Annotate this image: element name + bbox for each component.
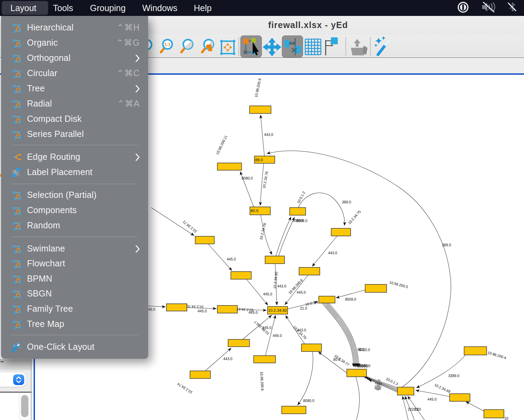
svg-text:8010.0: 8010.0 — [359, 348, 370, 352]
svg-text:389.0: 389.0 — [342, 200, 351, 204]
svg-text:8080.0: 8080.0 — [296, 219, 307, 223]
svg-text:8080.0: 8080.0 — [359, 364, 370, 368]
svg-text:10.2.34.79: 10.2.34.79 — [292, 325, 308, 340]
svg-text:23.0: 23.0 — [414, 407, 421, 411]
svg-text:10.2.34.82: 10.2.34.82 — [268, 308, 287, 312]
svg-text:3389.0: 3389.0 — [448, 374, 459, 378]
svg-text:10.98.200.6: 10.98.200.6 — [260, 371, 265, 391]
svg-text:445.0: 445.0 — [263, 292, 272, 296]
svg-text:445.0: 445.0 — [427, 397, 436, 401]
svg-text:10.2.34.67: 10.2.34.67 — [236, 307, 254, 312]
svg-text:10.0.1.2: 10.0.1.2 — [296, 191, 306, 204]
svg-text:10.2.34.75: 10.2.34.75 — [347, 209, 362, 225]
svg-text:10.2.34.69: 10.2.34.69 — [434, 383, 451, 394]
svg-text:445.0: 445.0 — [198, 309, 207, 313]
svg-text:10.2.34.74: 10.2.34.74 — [177, 382, 193, 395]
svg-text:443.0: 443.0 — [223, 357, 232, 361]
svg-text:10.98.200.5: 10.98.200.5 — [389, 280, 408, 289]
svg-text:43.0: 43.0 — [148, 307, 155, 311]
svg-text:445.0: 445.0 — [273, 334, 282, 338]
svg-text:8009.0: 8009.0 — [345, 297, 356, 301]
svg-text:10: 10 — [504, 416, 508, 420]
svg-text:10.98.200.4: 10.98.200.4 — [487, 350, 507, 360]
svg-text:10.2.34.70: 10.2.34.70 — [187, 304, 204, 309]
svg-text:10.2.34.71: 10.2.34.71 — [182, 220, 198, 234]
svg-text:1:1: 1:1 — [164, 42, 171, 47]
svg-text:445.0: 445.0 — [297, 290, 306, 294]
svg-text:443.0: 443.0 — [328, 251, 337, 255]
svg-text:10.98.200.11: 10.98.200.11 — [215, 135, 228, 155]
svg-text:21.0: 21.0 — [300, 306, 307, 310]
svg-text:8080.0: 8080.0 — [242, 176, 253, 180]
svg-text:443.0: 443.0 — [277, 284, 286, 288]
svg-text:389.0: 389.0 — [442, 243, 451, 247]
svg-text:10.0.1.3: 10.0.1.3 — [385, 376, 399, 386]
svg-text:10.98.200.9: 10.98.200.9 — [254, 78, 262, 98]
svg-text:445.0: 445.0 — [227, 257, 236, 261]
svg-text:10.0.1.1: 10.0.1.1 — [305, 300, 319, 307]
svg-text:80.0: 80.0 — [377, 382, 382, 390]
svg-text:8080.0: 8080.0 — [303, 399, 314, 403]
svg-text:80.0: 80.0 — [251, 209, 258, 213]
svg-text:88.0: 88.0 — [255, 158, 263, 162]
svg-text:443.0: 443.0 — [264, 133, 273, 137]
